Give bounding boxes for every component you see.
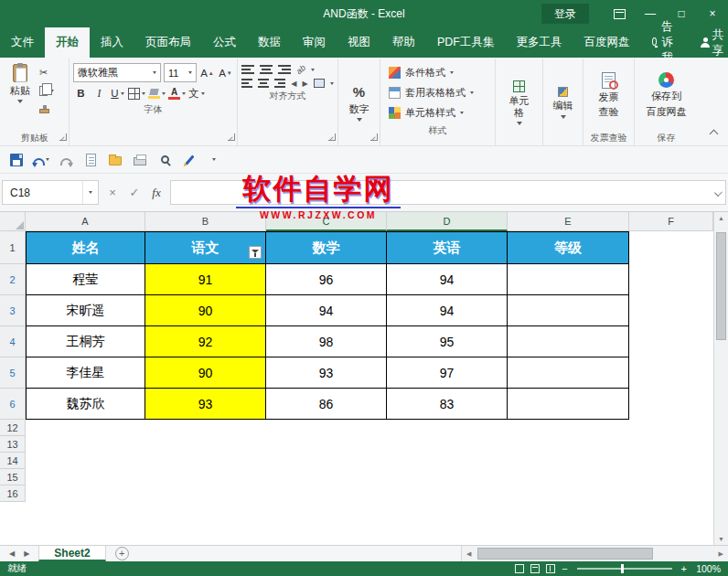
cell-c4[interactable]: 98 <box>266 326 387 357</box>
row-header-15[interactable]: 15 <box>0 469 26 485</box>
save-button[interactable] <box>5 149 27 171</box>
zoom-level[interactable]: 100% <box>693 563 721 574</box>
zoom-out-button[interactable]: − <box>562 563 567 574</box>
merge-center-button[interactable] <box>314 79 325 88</box>
filter-funnel-icon[interactable] <box>249 246 262 259</box>
cell-a2[interactable]: 程莹 <box>26 264 145 295</box>
format-painter-button[interactable] <box>39 102 54 116</box>
empty-cells-f[interactable] <box>629 231 713 264</box>
empty-cells-f[interactable] <box>629 389 713 420</box>
align-left-button[interactable] <box>241 79 252 88</box>
align-top-button[interactable] <box>241 65 254 74</box>
empty-cells[interactable] <box>26 420 713 436</box>
increase-font-size-button[interactable]: A▲ <box>199 65 215 81</box>
cell-d2[interactable]: 94 <box>387 264 508 295</box>
cell-e5[interactable] <box>508 357 629 389</box>
maximize-button[interactable]: □ <box>666 0 697 27</box>
spelling-button[interactable] <box>178 149 200 171</box>
hscroll-right-icon[interactable]: ▶ <box>719 550 723 558</box>
login-button[interactable]: 登录 <box>541 4 589 24</box>
zoom-in-button[interactable]: + <box>681 563 687 574</box>
cell-b2[interactable]: 91 <box>145 264 266 295</box>
tab-page-layout[interactable]: 页面布局 <box>134 27 202 58</box>
quick-print-button[interactable] <box>129 149 151 171</box>
cell-d5[interactable]: 97 <box>387 357 508 389</box>
invoice-check-button[interactable]: 发票 查验 <box>587 60 630 130</box>
confirm-entry-button[interactable]: ✓ <box>124 183 145 203</box>
collapse-ribbon-button[interactable] <box>710 130 719 139</box>
select-all-corner[interactable] <box>0 212 26 231</box>
borders-button[interactable] <box>128 85 145 101</box>
decrease-indent-button[interactable]: ◀ <box>291 80 296 88</box>
cut-button[interactable]: ✂ <box>39 66 54 80</box>
alignment-dialog-launcher[interactable] <box>328 133 336 141</box>
column-header-b[interactable]: B <box>145 212 266 231</box>
cell-b3[interactable]: 90 <box>145 295 266 326</box>
tab-file[interactable]: 文件 <box>0 27 45 58</box>
sheet-next-icon[interactable]: ▶ <box>24 549 29 558</box>
sheet-prev-icon[interactable]: ◀ <box>9 549 15 558</box>
row-header-16[interactable]: 16 <box>0 485 26 502</box>
scroll-up-icon[interactable]: ▲ <box>714 215 728 221</box>
italic-button[interactable]: I <box>91 85 107 101</box>
customize-qat-button[interactable] <box>203 149 225 171</box>
decrease-font-size-button[interactable]: A▼ <box>218 65 233 81</box>
cell-b5[interactable]: 90 <box>145 357 266 389</box>
cancel-entry-button[interactable]: × <box>102 183 123 203</box>
row-header-2[interactable]: 2 <box>0 264 26 295</box>
horizontal-scrollbar-thumb[interactable] <box>477 548 653 560</box>
cell-a5[interactable]: 李佳星 <box>26 357 145 389</box>
cell-a4[interactable]: 王桐芳 <box>26 326 145 357</box>
name-box[interactable]: C18 <box>2 180 99 205</box>
empty-cells-f[interactable] <box>629 326 713 357</box>
vertical-scrollbar[interactable]: ▲ ▼ <box>713 212 728 545</box>
row-header-13[interactable]: 13 <box>0 436 26 453</box>
new-document-button[interactable] <box>80 149 102 171</box>
tab-more-tools[interactable]: 更多工具 <box>506 27 573 58</box>
empty-cells[interactable] <box>26 453 713 469</box>
share-button[interactable]: 共享 <box>688 27 728 58</box>
row-header-14[interactable]: 14 <box>0 453 26 469</box>
fill-color-button[interactable] <box>148 85 166 101</box>
cell-a3[interactable]: 宋昕遥 <box>26 295 145 326</box>
empty-cells-f[interactable] <box>629 357 713 389</box>
orientation-button[interactable]: ab <box>294 63 307 76</box>
cell-styles-button[interactable]: 单元格样式 <box>384 102 491 123</box>
print-preview-button[interactable] <box>154 149 176 171</box>
cell-c1[interactable]: 数学 <box>266 231 387 264</box>
font-dialog-launcher[interactable] <box>228 133 235 141</box>
empty-cells[interactable] <box>26 436 713 453</box>
column-header-d[interactable]: D <box>387 212 508 231</box>
column-header-e[interactable]: E <box>508 212 629 231</box>
column-header-a[interactable]: A <box>26 212 145 231</box>
tab-insert[interactable]: 插入 <box>90 27 134 58</box>
save-to-baidu-pan-button[interactable]: 保存到 百度网盘 <box>638 60 694 130</box>
column-header-f[interactable]: F <box>629 212 713 231</box>
sheet-tab-sheet2[interactable]: Sheet2 <box>38 546 105 561</box>
bold-button[interactable]: B <box>73 85 89 101</box>
tab-data[interactable]: 数据 <box>247 27 292 58</box>
align-middle-button[interactable] <box>260 65 273 74</box>
row-header-4[interactable]: 4 <box>0 326 26 357</box>
name-box-caret[interactable] <box>82 181 98 204</box>
row-header-6[interactable]: 6 <box>0 389 26 420</box>
align-right-button[interactable] <box>274 79 285 88</box>
page-layout-view-button[interactable] <box>530 564 540 573</box>
empty-cells-f[interactable] <box>629 264 713 295</box>
empty-cells-f[interactable] <box>629 295 713 326</box>
cell-d6[interactable]: 83 <box>387 389 508 420</box>
cell-b1[interactable]: 语文 <box>145 231 266 264</box>
copy-button[interactable] <box>39 84 54 98</box>
open-button[interactable] <box>104 149 126 171</box>
cell-e1[interactable]: 等级 <box>508 231 629 264</box>
tab-formulas[interactable]: 公式 <box>202 27 247 58</box>
cell-c6[interactable]: 86 <box>266 389 387 420</box>
cell-b4[interactable]: 92 <box>145 326 266 357</box>
cells-button[interactable]: 单元格 <box>499 60 539 145</box>
align-center-button[interactable] <box>258 79 269 88</box>
cell-c2[interactable]: 96 <box>266 264 387 295</box>
clipboard-dialog-launcher[interactable] <box>59 133 67 141</box>
cell-d3[interactable]: 94 <box>387 295 508 326</box>
tab-review[interactable]: 审阅 <box>292 27 337 58</box>
font-color-button[interactable]: A <box>168 85 186 101</box>
